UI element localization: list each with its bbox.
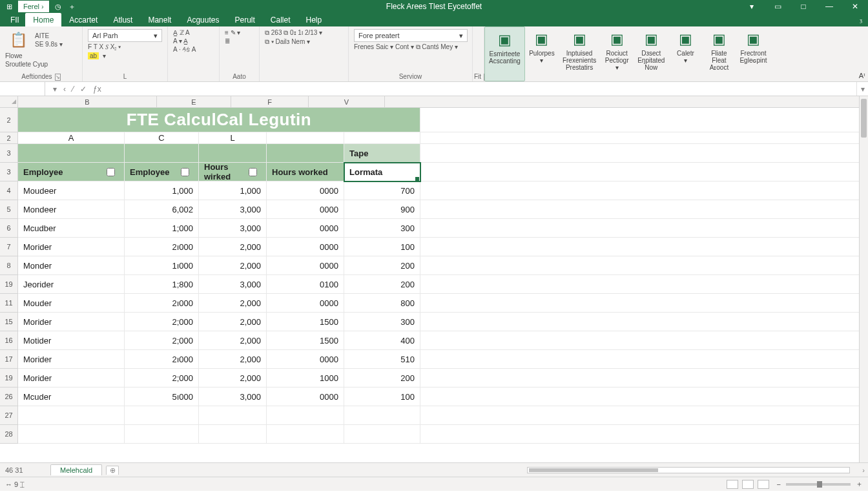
new-sheet-button[interactable]: ⊕ <box>106 466 119 475</box>
row-header[interactable]: 2 <box>0 108 18 132</box>
sheet-tab[interactable]: Melehcald <box>50 464 102 475</box>
cell[interactable]: 1,000 <box>199 181 267 200</box>
name-box[interactable] <box>0 82 45 96</box>
cell[interactable] <box>420 219 868 238</box>
cell[interactable]: Morider <box>18 369 125 388</box>
formula-bar-expand-icon[interactable]: ▾ <box>856 82 868 96</box>
cell[interactable] <box>420 200 868 219</box>
tab-manelt[interactable]: Manelt <box>140 13 179 26</box>
window-close[interactable]: ✕ <box>842 0 868 13</box>
window-maximize[interactable]: □ <box>790 0 816 13</box>
cell[interactable] <box>420 238 868 256</box>
zoom-slider[interactable] <box>786 483 851 486</box>
ribbon-big-button[interactable]: ▣ InptuisedFrexenientsPrestatirs <box>559 26 600 81</box>
number-row2[interactable]: ⧉ ▾ Dailз Nem ▾ <box>265 38 343 46</box>
tab-help[interactable]: Help <box>298 13 330 26</box>
cell[interactable] <box>420 406 868 425</box>
cell[interactable] <box>125 144 199 163</box>
cell[interactable] <box>420 256 868 275</box>
cell[interactable]: 0000 <box>267 388 344 406</box>
cell[interactable] <box>420 350 868 369</box>
cell[interactable] <box>344 406 420 425</box>
sub-col-letter[interactable]: L <box>199 132 267 144</box>
view-normal-icon[interactable] <box>727 480 738 489</box>
font-style-row[interactable]: F T X 𝑆 X₂ ▾ <box>88 43 162 51</box>
ribbon-big-button[interactable]: ▣ FrectrontEgleɢpint <box>736 26 770 81</box>
cell[interactable]: 3,000 <box>199 200 267 219</box>
fx-enter-icon[interactable]: ✓ <box>80 85 87 94</box>
view-page-layout-icon[interactable] <box>742 480 754 489</box>
scroll-right-icon[interactable]: › <box>859 466 868 474</box>
worksheet-grid[interactable]: B E F V 2FTE CalculCal Legutin 2A C L 3 … <box>0 96 868 462</box>
fx-insert-function-icon[interactable]: ƒx <box>93 85 101 94</box>
paste-icon[interactable]: 📋 <box>5 29 31 51</box>
cell[interactable]: 2ı000 <box>125 294 199 313</box>
cell[interactable] <box>18 144 125 163</box>
app-icon[interactable]: ⊞ <box>4 1 14 12</box>
cell[interactable]: Monder <box>18 256 125 275</box>
tab-callet[interactable]: Callet <box>263 13 298 26</box>
col-header[interactable]: V <box>309 96 385 107</box>
cell[interactable]: Mcuder <box>18 388 125 406</box>
cell[interactable] <box>199 406 267 425</box>
cell[interactable]: 200 <box>344 369 420 388</box>
column-header[interactable]: Hours wirked <box>199 163 267 181</box>
row-header[interactable]: 6 <box>0 219 18 238</box>
new-tab-icon[interactable]: ＋ <box>67 1 78 12</box>
cell[interactable] <box>125 406 199 425</box>
cell[interactable] <box>267 406 344 425</box>
cell[interactable]: 1ı000 <box>125 256 199 275</box>
cell[interactable]: 2;000 <box>125 331 199 350</box>
row-header[interactable]: 16 <box>0 331 18 350</box>
cell[interactable]: 2,000 <box>199 331 267 350</box>
row-header[interactable]: 28 <box>0 425 18 444</box>
cell[interactable] <box>344 132 420 144</box>
cell[interactable]: 0000 <box>267 256 344 275</box>
cell[interactable]: 0000 <box>267 219 344 238</box>
cell[interactable]: 6,002 <box>125 200 199 219</box>
cell[interactable]: 900 <box>344 200 420 219</box>
cell[interactable]: 0000 <box>267 350 344 369</box>
ribbon-big-button[interactable]: ▣ DзsectEŋpitatedNow <box>634 26 668 81</box>
cell[interactable] <box>420 275 868 294</box>
column-header[interactable]: Employee <box>125 163 199 181</box>
row-header[interactable]: 11 <box>0 294 18 313</box>
cell[interactable]: 700 <box>344 181 420 200</box>
cell[interactable]: 2;000 <box>125 369 199 388</box>
cell[interactable]: 5ı000 <box>125 388 199 406</box>
cell[interactable] <box>420 425 868 444</box>
row-header[interactable]: 5 <box>0 200 18 219</box>
ribbon-big-button[interactable]: ▣ Caletr▾ <box>668 26 702 81</box>
cell[interactable] <box>420 181 868 200</box>
cell[interactable]: 200 <box>344 256 420 275</box>
cell[interactable]: 2ı000 <box>125 350 199 369</box>
cell[interactable] <box>420 163 868 181</box>
fx-cancel-icon[interactable]: ∕ <box>72 85 74 94</box>
fx-back-icon[interactable]: ‹ <box>63 85 66 94</box>
tab-perult[interactable]: Perult <box>227 13 262 26</box>
cell[interactable] <box>18 406 125 425</box>
cell[interactable]: 510 <box>344 350 420 369</box>
ribbon-collapse-icon[interactable]: ᶾ <box>854 17 868 26</box>
cell[interactable] <box>18 425 125 444</box>
cell[interactable]: Mondeer <box>18 200 125 219</box>
cell[interactable]: Mcudber <box>18 219 125 238</box>
cell[interactable] <box>420 313 868 331</box>
tab-home[interactable]: Home <box>25 13 61 26</box>
row-header[interactable]: 8 <box>0 256 18 275</box>
cell[interactable]: 2,000 <box>199 256 267 275</box>
cell[interactable]: 2;000 <box>125 313 199 331</box>
cell[interactable] <box>420 369 868 388</box>
cell[interactable]: 0000 <box>267 181 344 200</box>
sub-col-letter[interactable]: C <box>125 132 199 144</box>
col-header-rest[interactable] <box>385 96 868 107</box>
cell[interactable]: Moudeer <box>18 181 125 200</box>
number-row1[interactable]: ⧉ 263 ⧉ 0ɪ 1ι 2/13 ▾ <box>265 29 343 37</box>
cell[interactable] <box>125 425 199 444</box>
tab-acguutes[interactable]: Acguutes <box>179 13 227 26</box>
autosave-icon[interactable]: ◷ <box>53 1 63 12</box>
row-header[interactable]: 3 <box>0 144 18 163</box>
row-header[interactable]: 4 <box>0 181 18 200</box>
cell[interactable]: 0000 <box>267 200 344 219</box>
align-row2[interactable]: ≣ <box>225 37 254 45</box>
